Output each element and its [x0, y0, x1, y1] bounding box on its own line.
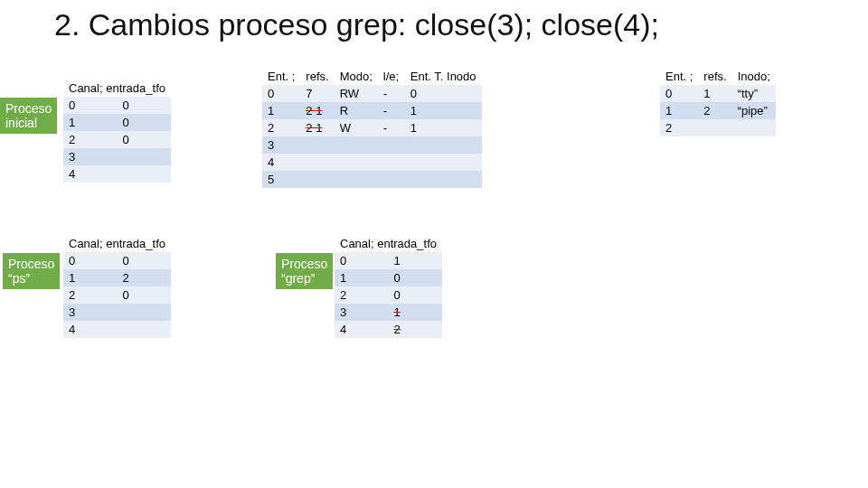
th-canal: Canal;	[340, 237, 374, 250]
cell	[732, 119, 776, 136]
cell: 3	[63, 148, 117, 165]
cell: 2 1	[300, 102, 334, 119]
page-title: 2. Cambios proceso grep: close(3); close…	[54, 7, 659, 42]
th-inodo: Inodo;	[732, 68, 776, 85]
cell: 1	[388, 304, 442, 321]
table-row: 20	[63, 286, 171, 304]
cell: 4	[63, 321, 117, 338]
table-row: 00	[63, 252, 171, 269]
th-entrada-tfo: entrada_tfo	[106, 237, 165, 250]
table-row: 12	[63, 269, 171, 286]
table-proceso-ps: Canal; entrada_tfo 00 12 20 3 4	[63, 235, 171, 338]
table-row: 10	[335, 269, 442, 286]
cell: 7	[300, 85, 334, 102]
table-row: 4	[63, 321, 171, 338]
cell	[698, 119, 731, 136]
table-row: 01“tty”	[660, 85, 776, 102]
table-proceso-grep: Canal; entrada_tfo 01 10 20 31 42	[335, 235, 442, 338]
table-row: 4	[262, 154, 482, 171]
cell	[405, 154, 482, 171]
th-ent: Ent. ;	[262, 68, 300, 85]
cell: -	[378, 102, 405, 119]
table-row: 42	[335, 321, 442, 338]
label-proceso-ps-text: Proceso“ps”	[8, 257, 54, 286]
cell: 0	[117, 97, 171, 114]
table-row: 07RW-0	[262, 85, 482, 102]
cell: 1	[698, 85, 731, 102]
th-modo: Modo;	[335, 68, 378, 85]
cell: 1	[63, 114, 117, 131]
table-tfo: Ent. ; refs. Modo; l/e; Ent. T. Inodo 07…	[262, 68, 482, 188]
cell: 4	[335, 321, 388, 338]
th-canal-entrada-tfo: Canal; entrada_tfo	[63, 235, 171, 252]
th-canal: Canal;	[69, 81, 103, 95]
table-row: 01	[335, 252, 442, 269]
table-inodos: Ent. ; refs. Inodo; 01“tty” 12“pipe” 2	[660, 68, 776, 136]
table-row: 31	[335, 304, 442, 321]
label-proceso-inicial-text: Procesoinicial	[5, 101, 52, 130]
cell	[117, 148, 171, 165]
cell	[300, 171, 334, 188]
cell	[405, 136, 482, 154]
cell: 0	[117, 252, 171, 269]
table-row: 20	[335, 286, 442, 304]
th-canal-entrada-tfo: Canal; entrada_tfo	[63, 80, 171, 97]
cell: “tty”	[732, 85, 776, 102]
label-proceso-grep: Proceso“grep”	[276, 253, 333, 289]
table-row: 12 1R-1	[262, 102, 482, 119]
cell	[335, 171, 378, 188]
table-row: 20	[63, 131, 171, 148]
table-row: 3	[63, 148, 171, 165]
th-entrada-tfo: entrada_tfo	[106, 81, 165, 95]
cell	[405, 171, 482, 188]
cell	[378, 154, 405, 171]
table-row: 00	[63, 97, 171, 114]
cell: RW	[335, 85, 378, 102]
cell: 0	[117, 131, 171, 148]
cell	[117, 304, 171, 321]
table-row: 3	[262, 136, 482, 154]
cell: -	[378, 85, 405, 102]
cell: 2	[660, 119, 698, 136]
cell: 2 1	[300, 119, 334, 136]
table-header-row: Canal; entrada_tfo	[63, 235, 171, 252]
table-header-row: Canal; entrada_tfo	[335, 235, 442, 252]
cell: 2	[63, 131, 117, 148]
table-row: 2	[660, 119, 776, 136]
cell: 1	[335, 269, 388, 286]
th-refs: refs.	[698, 68, 731, 85]
cell	[378, 171, 405, 188]
cell: 2	[388, 321, 442, 338]
label-proceso-grep-text: Proceso“grep”	[281, 257, 327, 286]
cell: 0	[63, 252, 117, 269]
cell: 1	[63, 269, 117, 286]
cell: 0	[388, 269, 442, 286]
cell	[117, 321, 171, 338]
cell: 0	[117, 286, 171, 304]
table-row: 4	[63, 165, 171, 183]
cell: “pipe”	[732, 102, 776, 119]
cell: R	[335, 102, 378, 119]
cell: 2	[698, 102, 731, 119]
table-proceso-inicial: Canal; entrada_tfo 00 10 20 3 4	[63, 80, 171, 183]
table-row: 10	[63, 114, 171, 131]
cell	[117, 165, 171, 183]
cell: 0	[63, 97, 117, 114]
cell: 1	[405, 119, 482, 136]
cell: 0	[335, 252, 388, 269]
table-header-row: Ent. ; refs. Modo; l/e; Ent. T. Inodo	[262, 68, 482, 85]
cell: 1	[660, 102, 698, 119]
cell: W	[335, 119, 378, 136]
table-row: 12“pipe”	[660, 102, 776, 119]
table-header-row: Canal; entrada_tfo	[63, 80, 171, 97]
table-row: 3	[63, 304, 171, 321]
cell: 4	[262, 154, 300, 171]
cell	[335, 136, 378, 154]
cell: 2	[262, 119, 300, 136]
cell: 0	[117, 114, 171, 131]
cell: 0	[405, 85, 482, 102]
label-proceso-ps: Proceso“ps”	[3, 253, 60, 289]
cell: 1	[262, 102, 300, 119]
table-row: 5	[262, 171, 482, 188]
table-row: 22 1W-1	[262, 119, 482, 136]
